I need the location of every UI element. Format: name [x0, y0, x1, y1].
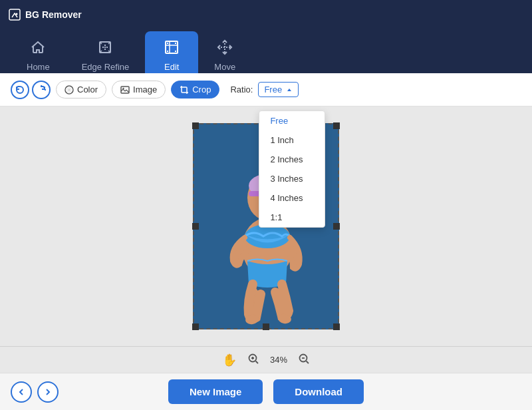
status-bar: ✋ 34%	[0, 346, 532, 373]
nav-next-button[interactable]	[37, 381, 59, 403]
nav-prev-button[interactable]	[11, 381, 32, 403]
image-icon	[120, 85, 130, 95]
chevron-up-icon	[286, 87, 293, 93]
move-icon	[217, 39, 233, 58]
edge-refine-icon	[97, 39, 113, 58]
redo-button[interactable]	[32, 81, 51, 99]
color-button[interactable]: Color	[56, 81, 106, 99]
nav-item-home[interactable]: Home	[11, 31, 66, 80]
svg-point-1	[16, 13, 18, 15]
action-bar: New Image Download	[0, 373, 532, 410]
app-title: BG Remover	[8, 8, 82, 21]
ratio-option-1inch[interactable]: 1 Inch	[259, 130, 325, 150]
zoom-level: 34%	[270, 355, 287, 365]
undo-button[interactable]	[11, 81, 29, 99]
zoom-out-icon[interactable]	[298, 353, 310, 367]
ratio-option-3inches[interactable]: 3 Inches	[259, 169, 325, 188]
ratio-label: Ratio:	[230, 85, 253, 95]
ratio-option-free[interactable]: Free	[259, 111, 325, 130]
ratio-option-1to1[interactable]: 1:1	[259, 208, 325, 227]
image-button[interactable]: Image	[112, 81, 166, 99]
handle-bottom-right[interactable]	[333, 323, 340, 330]
handle-middle-right[interactable]	[333, 223, 340, 230]
handle-bottom-middle[interactable]	[263, 323, 269, 330]
ratio-dropdown: Free 1 Inch 2 Inches 3 Inches 4 Inches 1…	[259, 110, 325, 228]
app-logo-icon	[8, 8, 21, 21]
handle-middle-left[interactable]	[192, 223, 199, 230]
toolbar: Color Image Crop Ratio: Free Free 1 Inch	[0, 73, 532, 106]
color-icon	[65, 85, 74, 95]
edit-icon	[164, 39, 180, 58]
crop-button[interactable]: Crop	[171, 81, 219, 99]
zoom-in-icon[interactable]	[247, 353, 259, 367]
nav-item-move[interactable]: Move	[198, 31, 251, 80]
nav-item-edge-refine[interactable]: Edge Refine	[66, 31, 146, 80]
crop-icon	[180, 85, 189, 95]
ratio-select[interactable]: Free Free 1 Inch 2 Inches 3 Inches 4 Inc…	[258, 82, 299, 97]
download-button[interactable]: Download	[273, 379, 364, 404]
hand-tool-icon[interactable]: ✋	[222, 353, 237, 367]
handle-top-right[interactable]	[333, 122, 340, 129]
handle-bottom-left[interactable]	[192, 323, 199, 330]
svg-rect-0	[9, 9, 20, 20]
home-icon	[30, 39, 46, 58]
new-image-button[interactable]: New Image	[168, 379, 263, 404]
handle-top-left[interactable]	[192, 122, 199, 129]
ratio-option-4inches[interactable]: 4 Inches	[259, 188, 325, 208]
nav-item-edit[interactable]: Edit	[145, 31, 198, 80]
ratio-option-2inches[interactable]: 2 Inches	[259, 150, 325, 169]
